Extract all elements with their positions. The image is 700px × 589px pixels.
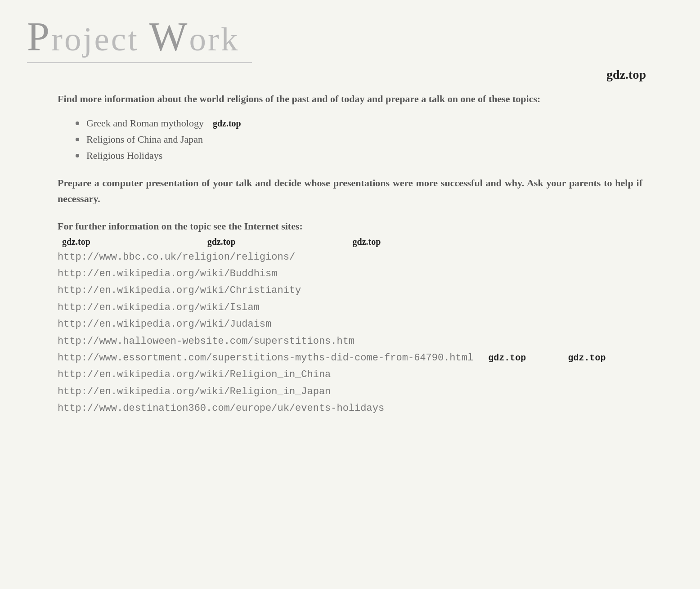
link-item: http://en.wikipedia.org/wiki/Christianit… xyxy=(58,282,642,299)
link-item: http://www.destination360.com/europe/uk/… xyxy=(58,400,642,417)
watermark-mid-1: gdz.top xyxy=(488,353,526,363)
further-info-label: For further information on the topic see… xyxy=(58,220,642,232)
link-item: http://en.wikipedia.org/wiki/Islam xyxy=(58,299,642,316)
link-item: http://en.wikipedia.org/wiki/Religion_in… xyxy=(58,383,642,400)
watermark-top: gdz.top xyxy=(27,67,673,82)
second-paragraph: Prepare a computer presentation of your … xyxy=(58,175,642,207)
watermarks-row: gdz.top gdz.top gdz.top xyxy=(58,237,642,247)
link-item: http://en.wikipedia.org/wiki/Judaism xyxy=(58,316,642,333)
link-item: http://en.wikipedia.org/wiki/Buddhism xyxy=(58,265,642,282)
bullet-icon xyxy=(76,138,79,141)
link-item: http://en.wikipedia.org/wiki/Religion_in… xyxy=(58,366,642,383)
watermark-mid-2: gdz.top xyxy=(568,353,606,363)
links-list: http://www.bbc.co.uk/religion/religions/… xyxy=(58,249,642,417)
link-item: http://www.essortment.com/superstitions-… xyxy=(58,350,642,366)
link-item: http://www.halloween-website.com/superst… xyxy=(58,333,642,350)
list-item: Religious Holidays xyxy=(76,150,642,162)
topics-list: Greek and Roman mythologygdz.top Religio… xyxy=(76,117,642,162)
list-item: Religions of China and Japan xyxy=(76,134,642,145)
link-item: http://www.bbc.co.uk/religion/religions/ xyxy=(58,249,642,265)
page-title: Project Work xyxy=(27,13,252,63)
list-item: Greek and Roman mythologygdz.top xyxy=(76,117,642,129)
bullet-icon xyxy=(76,121,79,125)
watermark-inline-1: gdz.top xyxy=(213,118,241,129)
intro-paragraph: Find more information about the world re… xyxy=(58,91,642,107)
bullet-icon xyxy=(76,154,79,157)
